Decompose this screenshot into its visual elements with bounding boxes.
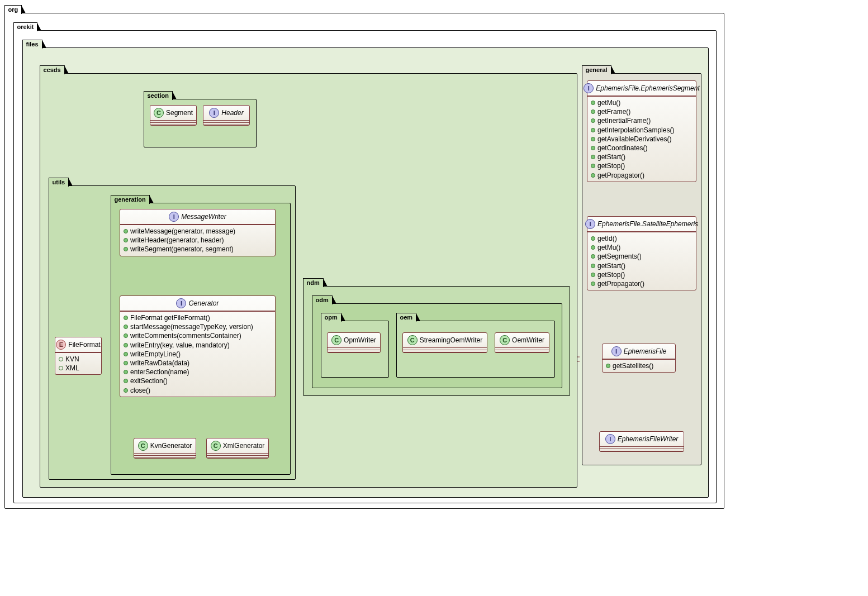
- bullet-icon: [124, 316, 128, 320]
- class-icon: C: [154, 108, 164, 118]
- class-streamingoemwriter: CStreamingOemWriter: [402, 332, 487, 353]
- bullet-icon: [591, 173, 595, 178]
- bullet-icon: [124, 370, 128, 374]
- class-ephemerissegment: IEphemerisFile.EphemerisSegment getMu() …: [587, 80, 696, 182]
- class-name: Segment: [166, 109, 193, 117]
- package-orekit: orekit files: [13, 30, 717, 503]
- package-org-tab: org: [4, 5, 22, 14]
- method: writeEntry(key, value, mandatory): [130, 341, 230, 350]
- interface-icon: I: [209, 108, 219, 118]
- class-icon: C: [331, 335, 341, 345]
- method: FileFormat getFileFormat(): [130, 313, 210, 322]
- bullet-icon: [591, 128, 595, 132]
- method: getFrame(): [597, 107, 630, 116]
- method: getStart(): [597, 261, 625, 270]
- method: getMu(): [597, 243, 620, 252]
- class-ephemerisfilewriter: IEphemerisFileWriter: [599, 431, 684, 452]
- class-name: Header: [221, 109, 243, 117]
- method: getPropagator(): [597, 279, 644, 288]
- class-icon: C: [138, 441, 148, 451]
- package-ndm-tab: ndm: [303, 278, 324, 287]
- class-name: StreamingOemWriter: [420, 336, 482, 344]
- method: getSatellites(): [613, 361, 653, 370]
- bullet-icon: [59, 357, 63, 361]
- bullet-icon: [124, 333, 128, 338]
- bullet-icon: [591, 282, 595, 286]
- bullet-icon: [124, 229, 128, 233]
- method: getAvailableDerivatives(): [597, 135, 672, 144]
- package-general-tab: general: [582, 65, 611, 74]
- bullet-icon: [59, 366, 63, 370]
- bullet-icon: [591, 254, 595, 259]
- bullet-icon: [591, 101, 595, 105]
- class-name: OpmWriter: [344, 336, 376, 344]
- method: getCoordinates(): [597, 144, 647, 152]
- interface-icon: I: [169, 212, 179, 222]
- class-name: EphemerisFile: [624, 347, 667, 355]
- class-name: EphemerisFile.SatelliteEphemeris: [597, 220, 698, 228]
- package-generation-tab: generation: [111, 195, 150, 204]
- method: getMu(): [597, 98, 620, 107]
- package-utils: utils EFileFormat KVN XML generation IMe…: [49, 185, 296, 480]
- class-messagewriter: IMessageWriter writeMessage(generator, m…: [120, 209, 276, 256]
- package-oem-tab: oem: [396, 313, 417, 322]
- method: getId(): [597, 234, 617, 243]
- label: org: [8, 6, 18, 13]
- bullet-icon: [591, 164, 595, 168]
- label: orekit: [17, 23, 34, 30]
- bullet-icon: [124, 352, 128, 356]
- class-satelliteephemeris: IEphemerisFile.SatelliteEphemeris getId(…: [587, 216, 696, 290]
- class-oemwriter: COemWriter: [495, 332, 549, 353]
- package-section-tab: section: [144, 91, 173, 100]
- label: generation: [115, 196, 146, 203]
- bullet-icon: [124, 343, 128, 347]
- class-ephemerisfile: IEphemerisFile getSatellites(): [602, 344, 676, 373]
- method: getInterpolationSamples(): [597, 126, 674, 135]
- class-header: IHeader: [203, 105, 250, 126]
- method: exitSection(): [130, 376, 168, 385]
- label: utils: [53, 179, 65, 185]
- label: opm: [325, 314, 338, 321]
- class-icon: C: [500, 335, 510, 345]
- bullet-icon: [124, 379, 128, 383]
- package-orekit-tab: orekit: [13, 22, 38, 31]
- enum-value: XML: [65, 364, 79, 373]
- bullet-icon: [124, 388, 128, 393]
- method: getSegments(): [597, 252, 642, 261]
- method: getInertialFrame(): [597, 116, 651, 125]
- bullet-icon: [124, 238, 128, 242]
- class-xmlgenerator: CXmlGenerator: [206, 438, 269, 459]
- class-name: XmlGenerator: [223, 442, 265, 450]
- class-fileformat: EFileFormat KVN XML: [55, 337, 102, 375]
- method: writeSegment(generator, segment): [130, 245, 234, 254]
- interface-icon: I: [611, 346, 622, 356]
- bullet-icon: [591, 273, 595, 277]
- method: getPropagator(): [597, 171, 644, 180]
- label: ndm: [307, 279, 320, 286]
- bullet-icon: [591, 137, 595, 141]
- package-general: general IEphemerisFile.EphemerisSegment …: [582, 73, 701, 465]
- package-odm-tab: odm: [312, 295, 333, 304]
- class-icon: C: [407, 335, 418, 345]
- label: odm: [316, 297, 329, 303]
- class-name: EphemerisFileWriter: [618, 435, 679, 443]
- interface-icon: I: [584, 83, 594, 93]
- bullet-icon: [591, 236, 595, 241]
- enum-icon: E: [56, 340, 66, 350]
- method: startMessage(messageTypeKey, version): [130, 322, 253, 331]
- bullet-icon: [124, 325, 128, 329]
- method: getStart(): [597, 152, 625, 161]
- interface-icon: I: [605, 434, 615, 444]
- method: getStop(): [597, 161, 625, 170]
- method: writeMessage(generator, message): [130, 227, 235, 236]
- class-name: OemWriter: [512, 336, 544, 344]
- class-segment: CSegment: [150, 105, 197, 126]
- interface-icon: I: [176, 298, 186, 308]
- method: close(): [130, 386, 150, 395]
- bullet-icon: [591, 109, 595, 114]
- package-org: org orekit files: [4, 13, 724, 509]
- bullet-icon: [591, 146, 595, 150]
- class-opmwriter: COpmWriter: [327, 332, 381, 353]
- package-generation: generation IMessageWriter writeMessage(g…: [111, 203, 291, 475]
- class-name: Generator: [188, 299, 219, 307]
